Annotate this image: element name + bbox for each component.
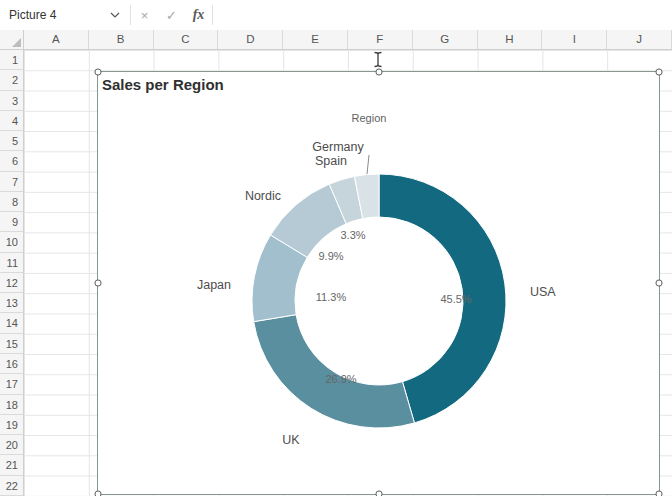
row-header-21[interactable]: 21 bbox=[0, 455, 23, 475]
name-box[interactable]: Picture 4 bbox=[0, 0, 130, 30]
column-header-A[interactable]: A bbox=[24, 30, 89, 49]
slice-label-usa: USA bbox=[530, 285, 556, 299]
column-header-F[interactable]: F bbox=[348, 30, 413, 49]
cancel-button[interactable]: × bbox=[131, 0, 158, 30]
selection-handle-e[interactable] bbox=[656, 280, 663, 287]
selection-handle-sw[interactable] bbox=[95, 491, 102, 496]
selection-handle-w[interactable] bbox=[95, 280, 102, 287]
row-header-14[interactable]: 14 bbox=[0, 313, 23, 333]
formula-input[interactable] bbox=[213, 0, 672, 30]
slice-label-spain: Spain bbox=[315, 154, 347, 168]
selection-handle-n[interactable] bbox=[375, 69, 382, 76]
name-box-value: Picture 4 bbox=[9, 8, 110, 22]
row-header-2[interactable]: 2 bbox=[0, 70, 23, 90]
row-header-8[interactable]: 8 bbox=[0, 192, 23, 212]
selection-handle-se[interactable] bbox=[656, 491, 663, 496]
column-header-J[interactable]: J bbox=[607, 30, 672, 49]
row-headers: 12345678910111213141516171819202122 bbox=[0, 50, 24, 496]
slice-label-uk: UK bbox=[282, 433, 300, 447]
donut-chart: USA45.5%UK26.9%Japan11.3%Nordic9.9%Spain… bbox=[98, 72, 659, 494]
column-header-E[interactable]: E bbox=[283, 30, 348, 49]
slice-percent-nordic: 9.9% bbox=[318, 250, 343, 262]
column-header-C[interactable]: C bbox=[154, 30, 219, 49]
row-header-18[interactable]: 18 bbox=[0, 395, 23, 415]
row-header-15[interactable]: 15 bbox=[0, 334, 23, 354]
slice-percent-uk: 26.9% bbox=[325, 373, 356, 385]
donut-slice-uk[interactable] bbox=[254, 315, 415, 428]
row-header-19[interactable]: 19 bbox=[0, 415, 23, 435]
slice-percent-spain: 3.3% bbox=[340, 229, 365, 241]
row-header-3[interactable]: 3 bbox=[0, 91, 23, 111]
select-all-corner[interactable] bbox=[0, 30, 24, 50]
slice-label-germany: Germany bbox=[312, 140, 364, 154]
row-header-20[interactable]: 20 bbox=[0, 435, 23, 455]
slice-label-nordic: Nordic bbox=[245, 189, 281, 203]
column-headers: ABCDEFGHIJ bbox=[24, 30, 672, 50]
column-header-B[interactable]: B bbox=[89, 30, 154, 49]
formula-bar: Picture 4 × ✓ fx bbox=[0, 0, 672, 31]
row-header-12[interactable]: 12 bbox=[0, 273, 23, 293]
select-all-triangle-icon bbox=[12, 38, 21, 47]
enter-button[interactable]: ✓ bbox=[158, 0, 185, 30]
row-header-16[interactable]: 16 bbox=[0, 354, 23, 374]
row-header-13[interactable]: 13 bbox=[0, 293, 23, 313]
slice-percent-japan: 11.3% bbox=[316, 291, 347, 303]
column-header-D[interactable]: D bbox=[218, 30, 283, 49]
selection-handle-s[interactable] bbox=[375, 491, 382, 496]
insert-function-button[interactable]: fx bbox=[185, 0, 212, 30]
row-header-9[interactable]: 9 bbox=[0, 212, 23, 232]
row-header-1[interactable]: 1 bbox=[0, 50, 23, 70]
slice-label-japan: Japan bbox=[197, 278, 231, 292]
row-header-22[interactable]: 22 bbox=[0, 476, 23, 496]
row-header-5[interactable]: 5 bbox=[0, 131, 23, 151]
slice-percent-usa: 45.5% bbox=[440, 293, 471, 305]
row-header-11[interactable]: 11 bbox=[0, 253, 23, 273]
selected-picture[interactable]: Sales per Region Region USA45.5%UK26.9%J… bbox=[97, 71, 660, 495]
selection-handle-nw[interactable] bbox=[95, 69, 102, 76]
chevron-down-icon[interactable] bbox=[110, 12, 130, 18]
column-header-H[interactable]: H bbox=[478, 30, 543, 49]
selection-handle-ne[interactable] bbox=[656, 69, 663, 76]
row-header-17[interactable]: 17 bbox=[0, 374, 23, 394]
worksheet: ABCDEFGHIJ 12345678910111213141516171819… bbox=[0, 30, 672, 496]
row-header-7[interactable]: 7 bbox=[0, 172, 23, 192]
column-header-G[interactable]: G bbox=[413, 30, 478, 49]
label-leader-line-germany bbox=[367, 155, 369, 174]
row-header-6[interactable]: 6 bbox=[0, 151, 23, 171]
column-header-I[interactable]: I bbox=[542, 30, 607, 49]
row-header-10[interactable]: 10 bbox=[0, 232, 23, 252]
row-header-4[interactable]: 4 bbox=[0, 111, 23, 131]
